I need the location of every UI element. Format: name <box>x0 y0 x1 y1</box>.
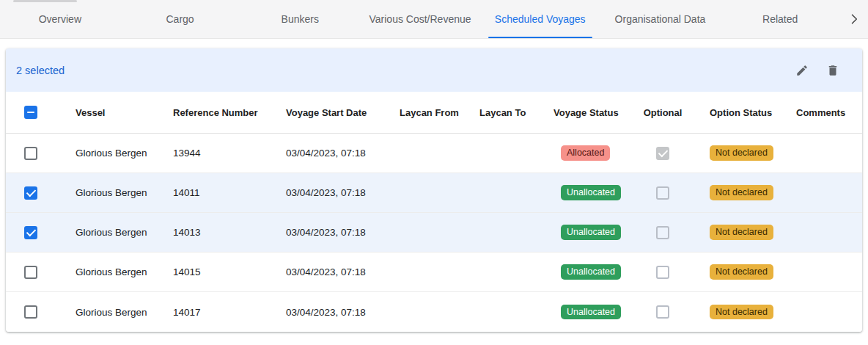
comments-cell <box>790 173 862 212</box>
table-row: Glorious Bergen1401303/04/2023, 07:18Una… <box>6 213 862 253</box>
optional-cell <box>636 253 689 291</box>
tab-label: Related <box>762 13 798 25</box>
comments-cell <box>790 213 862 252</box>
reference-number-value: 14017 <box>173 307 201 318</box>
select-all-checkbox[interactable] <box>24 106 37 119</box>
table-row: Glorious Bergen1401703/04/2023, 07:18Una… <box>6 292 862 332</box>
row-select-checkbox[interactable] <box>24 147 37 160</box>
vessel-value: Glorious Bergen <box>76 187 147 198</box>
optional-cell <box>636 134 689 172</box>
option-status-badge: Not declared <box>710 145 773 161</box>
row-select-checkbox[interactable] <box>24 266 37 279</box>
tab-overview[interactable]: Overview <box>0 0 120 38</box>
selection-banner: 2 selected <box>6 48 862 92</box>
scheduled-voyages-card: 2 selected Vessel Reference Number Voyag… <box>6 48 862 332</box>
comments-cell <box>790 292 862 332</box>
tab-related[interactable]: Related <box>720 0 840 38</box>
reference-number-cell: 14015 <box>167 253 280 291</box>
voyage-start-date-cell: 03/04/2023, 07:18 <box>280 173 394 212</box>
laycan-from-cell <box>394 292 474 332</box>
column-header-voyage-status: Voyage Status <box>548 92 636 133</box>
optional-checkbox <box>656 147 669 160</box>
optional-checkbox[interactable] <box>656 305 669 319</box>
table-header-row: Vessel Reference Number Voyage Start Dat… <box>6 92 862 134</box>
tab-label: Overview <box>39 13 81 25</box>
tab-cargo[interactable]: Cargo <box>120 0 240 38</box>
option-status-cell: Not declared <box>689 213 790 252</box>
tab-organisational-data[interactable]: Organisational Data <box>600 0 721 38</box>
laycan-to-cell <box>474 134 548 172</box>
voyage-start-date-cell: 03/04/2023, 07:18 <box>280 292 394 332</box>
chevron-right-icon <box>847 12 861 26</box>
row-select-checkbox[interactable] <box>24 226 37 239</box>
laycan-from-cell <box>394 253 474 291</box>
table-row: Glorious Bergen1394403/04/2023, 07:18All… <box>6 134 862 173</box>
laycan-from-cell <box>394 173 474 212</box>
column-header-option-status: Option Status <box>689 92 790 133</box>
edit-button[interactable] <box>795 63 809 78</box>
row-select-cell <box>6 253 70 291</box>
reference-number-value: 14011 <box>173 187 200 198</box>
tab-various-cost-revenue[interactable]: Various Cost/Revenue <box>360 0 480 38</box>
row-select-cell <box>6 134 70 172</box>
row-select-checkbox[interactable] <box>24 305 37 319</box>
voyage-status-badge: Unallocated <box>561 305 621 320</box>
optional-checkbox[interactable] <box>656 186 669 200</box>
row-select-cell <box>6 173 70 212</box>
option-status-badge: Not declared <box>710 305 773 320</box>
tab-label: Scheduled Voyages <box>495 13 586 25</box>
vessel-value: Glorious Bergen <box>76 266 147 277</box>
option-status-badge: Not declared <box>710 225 773 240</box>
voyage-status-cell: Unallocated <box>548 292 636 332</box>
table-row: Glorious Bergen1401103/04/2023, 07:18Una… <box>6 173 862 213</box>
row-select-cell <box>6 213 70 252</box>
voyage-start-date-cell: 03/04/2023, 07:18 <box>280 213 394 252</box>
column-header-laycan-from: Laycan From <box>394 92 474 133</box>
vessel-cell: Glorious Bergen <box>70 292 167 332</box>
vessel-cell: Glorious Bergen <box>70 253 167 291</box>
option-status-cell: Not declared <box>689 134 790 172</box>
voyage-start-date-value: 03/04/2023, 07:18 <box>286 266 366 277</box>
optional-cell <box>636 292 689 332</box>
voyage-start-date-value: 03/04/2023, 07:18 <box>286 307 366 318</box>
optional-checkbox[interactable] <box>656 226 669 239</box>
comments-cell <box>790 134 862 172</box>
vessel-value: Glorious Bergen <box>76 148 147 159</box>
tab-label: Various Cost/Revenue <box>369 13 471 25</box>
optional-checkbox[interactable] <box>656 266 669 279</box>
voyage-start-date-value: 03/04/2023, 07:18 <box>286 227 366 238</box>
comments-cell <box>790 253 862 291</box>
voyage-start-date-value: 03/04/2023, 07:18 <box>286 148 366 159</box>
reference-number-value: 13944 <box>173 148 201 159</box>
tab-scheduled-voyages[interactable]: Scheduled Voyages <box>480 0 600 38</box>
row-select-checkbox[interactable] <box>24 186 37 200</box>
optional-cell <box>636 173 689 212</box>
tab-label: Cargo <box>166 13 194 25</box>
option-status-badge: Not declared <box>710 264 773 280</box>
tab-bar: Overview Cargo Bunkers Various Cost/Reve… <box>0 0 868 39</box>
table-row: Glorious Bergen1401503/04/2023, 07:18Una… <box>6 253 862 292</box>
voyage-status-cell: Allocated <box>548 134 636 172</box>
laycan-to-cell <box>474 173 548 212</box>
reference-number-cell: 14017 <box>167 292 280 332</box>
reference-number-cell: 14011 <box>167 173 280 212</box>
pencil-icon <box>795 64 809 77</box>
column-header-vessel: Vessel <box>70 92 167 133</box>
column-header-laycan-to: Laycan To <box>474 92 548 133</box>
reference-number-cell: 13944 <box>167 134 280 172</box>
tabs-overflow-button[interactable] <box>840 0 868 38</box>
laycan-to-cell <box>474 213 548 252</box>
table-body: Glorious Bergen1394403/04/2023, 07:18All… <box>6 134 862 332</box>
column-header-voyage-start-date: Voyage Start Date <box>280 92 394 133</box>
voyage-status-badge: Allocated <box>561 145 610 161</box>
laycan-from-cell <box>394 213 474 252</box>
delete-button[interactable] <box>825 63 840 78</box>
laycan-to-cell <box>474 253 548 291</box>
laycan-to-cell <box>474 292 548 332</box>
laycan-from-cell <box>394 134 474 172</box>
reference-number-cell: 14013 <box>167 213 280 252</box>
option-status-badge: Not declared <box>710 185 773 200</box>
tab-bunkers[interactable]: Bunkers <box>240 0 360 38</box>
tab-label: Organisational Data <box>615 13 706 25</box>
voyage-start-date-cell: 03/04/2023, 07:18 <box>280 134 394 172</box>
